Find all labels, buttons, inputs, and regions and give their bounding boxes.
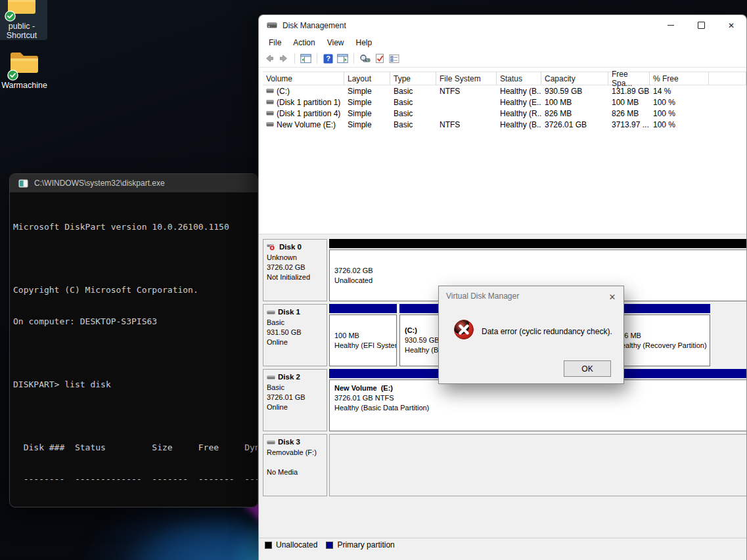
rescan-disks-icon[interactable]: [359, 53, 371, 64]
dialog-close-icon[interactable]: ✕: [606, 291, 618, 303]
terminal-line: [13, 411, 258, 421]
disk-management-app-icon: [267, 21, 277, 30]
legend-primary-partition: Primary partition: [326, 540, 394, 549]
sync-check-badge-icon: [5, 11, 16, 22]
menu-action[interactable]: Action: [287, 36, 321, 49]
show-action-pane-icon[interactable]: [337, 53, 348, 64]
terminal-title: C:\WINDOWS\system32\diskpart.exe: [34, 179, 165, 188]
disk3-label-panel[interactable]: Disk 3 Removable (F:) No Media: [263, 434, 327, 496]
desktop-icon-public-shortcut[interactable]: public - Shortcut: [0, 0, 47, 40]
table-row[interactable]: (C:) Simple Basic NTFS Healthy (B... 930…: [263, 85, 746, 97]
disk2-label-panel[interactable]: Disk 2 Basic 3726.01 GB Online: [263, 369, 327, 431]
minimize-button[interactable]: [656, 15, 686, 35]
column-header-volume[interactable]: Volume: [263, 72, 344, 85]
column-header-layout[interactable]: Layout: [344, 72, 390, 85]
forward-arrow-icon[interactable]: [278, 53, 289, 64]
column-header-status[interactable]: Status: [497, 72, 541, 85]
disk3-empty-media-region: [329, 434, 746, 496]
column-header-blank: [709, 72, 746, 85]
disk-row-disk3[interactable]: Disk 3 Removable (F:) No Media: [263, 434, 746, 496]
show-console-tree-icon[interactable]: [300, 53, 311, 64]
primary-partition-band: [329, 304, 397, 313]
column-header-file-system[interactable]: File System: [436, 72, 497, 85]
dialog-title: Virtual Disk Manager: [439, 286, 623, 306]
properties-list-icon[interactable]: [388, 53, 399, 64]
terminal-line: Disk ### Status Size Free Dyn Gpt: [13, 442, 258, 453]
menu-view[interactable]: View: [321, 36, 350, 49]
disk1-efi-partition[interactable]: 100 MB Healthy (EFI System Partition): [329, 304, 397, 366]
disk-error-icon: [267, 244, 277, 251]
disk0-label-panel[interactable]: Disk 0 Unknown 3726.02 GB Not Initialize…: [263, 239, 327, 301]
volume-list-header: Volume Layout Type File System Status Ca…: [263, 72, 746, 85]
volume-icon: [266, 110, 274, 116]
icon-label: Warmachine: [0, 81, 50, 91]
volume-icon: [266, 121, 274, 127]
menu-file[interactable]: File: [263, 36, 287, 49]
disk1-label-panel[interactable]: Disk 1 Basic 931.50 GB Online: [263, 304, 327, 366]
terminal-titlebar[interactable]: C:\WINDOWS\system32\diskpart.exe: [10, 174, 258, 192]
help-icon[interactable]: ?: [323, 53, 334, 64]
check-document-icon[interactable]: [374, 53, 385, 64]
column-header-capacity[interactable]: Capacity: [541, 72, 608, 85]
table-row[interactable]: (Disk 1 partition 1) Simple Basic Health…: [263, 97, 746, 108]
maximize-button[interactable]: [686, 15, 716, 35]
terminal-line: [13, 348, 258, 358]
terminal-line: Disk 0 Online 3726 GB 3726 GB: [13, 506, 258, 507]
terminal-line: [13, 253, 258, 264]
column-header-type[interactable]: Type: [390, 72, 436, 85]
disk-icon: [267, 375, 275, 380]
column-header-pct-free[interactable]: % Free: [650, 72, 709, 85]
disk3-graph: [329, 434, 746, 496]
terminal-line: Microsoft DiskPart version 10.0.26100.11…: [13, 222, 258, 232]
desktop: public - Shortcut Warmachine: [0, 0, 747, 560]
unallocated-band: [329, 239, 746, 248]
menu-bar: File Action View Help: [259, 35, 746, 50]
table-row[interactable]: New Volume (E:) Simple Basic NTFS Health…: [263, 119, 746, 130]
cmd-icon: [18, 179, 28, 188]
diskpart-terminal-window[interactable]: C:\WINDOWS\system32\diskpart.exe Microso…: [9, 173, 258, 507]
window-title: Disk Management: [283, 21, 346, 30]
toolbar: ?: [259, 50, 746, 68]
menu-help[interactable]: Help: [350, 36, 378, 49]
partition-legend: Unallocated Primary partition: [259, 538, 746, 551]
table-row[interactable]: (Disk 1 partition 4) Simple Basic Health…: [263, 108, 746, 119]
disk1-recovery-partition[interactable]: 826 MB Healthy (Recovery Partition): [611, 304, 710, 366]
toolbar-separator: [353, 53, 354, 64]
disk-icon: [267, 440, 275, 445]
dialog-message: Data error (cyclic redundancy check).: [482, 327, 612, 336]
terminal-output: Microsoft DiskPart version 10.0.26100.11…: [10, 192, 258, 507]
svg-text:?: ?: [326, 54, 330, 62]
volume-icon: [266, 99, 274, 105]
primary-partition-band: [611, 304, 710, 313]
sync-check-badge-icon: [7, 70, 18, 81]
close-button[interactable]: ✕: [716, 15, 746, 35]
desktop-icon-warmachine[interactable]: Warmachine: [0, 50, 50, 91]
terminal-line: On computer: DESKTOP-S3PIS63: [13, 316, 258, 327]
volume-icon: [266, 88, 274, 94]
terminal-line: -------- ------------- ------- ------- -…: [13, 474, 258, 485]
toolbar-separator: [317, 53, 317, 64]
volume-list: Volume Layout Type File System Status Ca…: [259, 68, 746, 234]
error-icon: [453, 319, 474, 340]
terminal-line: Copyright (C) Microsoft Corporation.: [13, 285, 258, 295]
ok-button[interactable]: OK: [564, 360, 611, 377]
disk-management-titlebar[interactable]: Disk Management ✕: [259, 15, 746, 35]
legend-unallocated: Unallocated: [265, 540, 317, 549]
terminal-line: DISKPART> list disk: [13, 379, 258, 390]
toolbar-separator: [294, 53, 295, 64]
column-header-free-space[interactable]: Free Spa...: [608, 72, 650, 85]
back-arrow-icon[interactable]: [263, 53, 275, 64]
unallocated-swatch: [265, 542, 272, 549]
virtual-disk-manager-dialog[interactable]: Virtual Disk Manager ✕ Data error (cycli…: [438, 286, 624, 384]
disk-icon: [267, 310, 275, 315]
primary-partition-swatch: [326, 542, 333, 549]
